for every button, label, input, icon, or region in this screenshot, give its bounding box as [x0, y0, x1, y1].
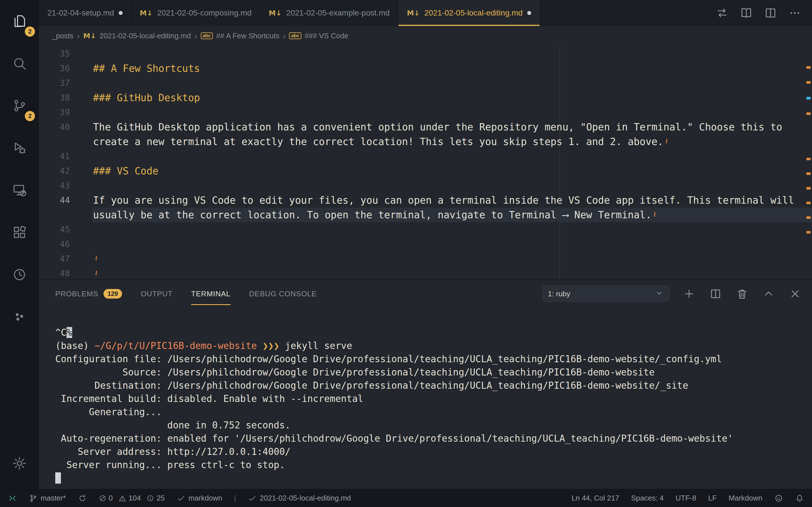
activity-bar-item-timeline[interactable]	[0, 253, 39, 296]
status-item-git-branch[interactable]: master*	[29, 494, 66, 503]
clock-icon	[12, 267, 27, 282]
terminal-segment: jekyll serve	[280, 340, 352, 351]
activity-bar-item-explorer[interactable]: 2	[0, 0, 39, 42]
code-segment: create a new terminal at exactly the cor…	[93, 136, 663, 147]
modified-dot	[527, 11, 531, 15]
panel-tab-output[interactable]: OUTPUT	[141, 280, 172, 308]
code-row: 41	[39, 149, 812, 164]
activity-bar-item-search[interactable]	[0, 42, 39, 84]
code-segment: ## A Few Shortcuts	[93, 63, 200, 74]
terminal-selector-dropdown[interactable]: 1: ruby	[543, 286, 669, 302]
files-icon	[12, 13, 27, 29]
status-item-file-check-status[interactable]: 2021-02-05-local-editing.md	[248, 494, 351, 503]
status-item-indentation[interactable]: Spaces: 4	[631, 494, 664, 503]
status-item-language-mode[interactable]: Markdown	[728, 494, 762, 503]
code-text: The GitHub Desktop application has a con…	[93, 120, 782, 134]
terminal-line: Source: /Users/philchodrow/Google Drive/…	[55, 365, 812, 379]
info-icon	[146, 494, 154, 502]
code-text: ### VS Code	[93, 164, 158, 178]
terminal-segment: Destination: /Users/philchodrow/Google D…	[55, 380, 688, 391]
code-row: 48~	[39, 266, 812, 279]
breadcrumb-label: ## A Few Shortcuts	[216, 32, 280, 40]
status-separator: |	[234, 494, 236, 503]
line-number: 36	[39, 61, 70, 76]
status-label: LF	[708, 494, 717, 503]
editor-tab[interactable]: M↓2021-02-05-example-post.md	[260, 0, 398, 26]
overview-ruler[interactable]	[805, 46, 812, 279]
panel-tab-label: OUTPUT	[141, 290, 172, 298]
run-debug-icon	[12, 140, 27, 156]
code-row: 35	[39, 47, 812, 61]
status-item-feedback[interactable]	[774, 494, 783, 503]
terminal-segment: ~/G/p/t/U/PIC16B-demo-website	[94, 340, 257, 351]
breadcrumb-item[interactable]: abc### VS Code	[289, 32, 348, 40]
terminal-line: Configuration file: /Users/philchodrow/G…	[55, 352, 812, 365]
editor-tab[interactable]: 21-02-04-setup.md	[39, 0, 132, 26]
split-icon[interactable]	[709, 288, 722, 300]
chevron-up-icon[interactable]	[762, 288, 775, 300]
editor-actions	[705, 0, 812, 26]
editor-tabs: 21-02-04-setup.mdM↓2021-02-05-composing.…	[39, 0, 705, 26]
source-control-icon	[12, 98, 27, 113]
overview-info-mark	[806, 97, 811, 100]
plus-icon[interactable]	[683, 288, 695, 300]
terminal[interactable]: ^C%(base) ~/G/p/t/U/PIC16B-demo-website …	[39, 308, 812, 489]
status-item-notifications[interactable]	[795, 494, 804, 503]
code-area[interactable]: 3536## A Few Shortcuts3738### GitHub Des…	[39, 46, 812, 279]
status-bar-right: Ln 44, Col 217Spaces: 4UTF-8LFMarkdown	[571, 489, 804, 507]
close-icon[interactable]	[789, 288, 801, 300]
line-number: 38	[39, 91, 70, 105]
activity-bar-item-manage[interactable]	[0, 448, 39, 479]
trash-icon[interactable]	[736, 288, 748, 300]
panel-tab-problems[interactable]: PROBLEMS129	[55, 280, 122, 308]
activity-bar-item-accounts[interactable]	[0, 296, 39, 338]
wrap-mark: ~	[648, 211, 662, 218]
breadcrumb-item[interactable]: M↓2021-02-05-local-editing.md	[83, 32, 191, 40]
activity-bar-item-extensions[interactable]	[0, 211, 39, 253]
overview-warning-mark	[806, 112, 811, 115]
code-text: usually be at the correct location. To o…	[93, 208, 658, 222]
activity-bar-item-remote-explorer[interactable]	[0, 169, 39, 211]
status-label: 2021-02-05-local-editing.md	[260, 494, 351, 503]
status-item-end-of-line[interactable]: LF	[708, 494, 717, 503]
terminal-line	[55, 471, 812, 485]
status-item-cursor-position[interactable]: Ln 44, Col 217	[571, 494, 619, 503]
editor[interactable]: 3536## A Few Shortcuts3738### GitHub Des…	[39, 46, 812, 279]
terminal-segment	[257, 340, 262, 351]
line-number: 48	[39, 266, 70, 279]
panel-tab-debug-console[interactable]: DEBUG CONSOLE	[249, 280, 317, 308]
preview-icon[interactable]	[740, 6, 753, 19]
code-row: 40The GitHub Desktop application has a c…	[39, 120, 812, 134]
status-item-remote-indicator[interactable]	[8, 494, 17, 503]
compare-icon[interactable]	[716, 6, 728, 19]
activity-bar-item-run-and-debug[interactable]	[0, 127, 39, 169]
status-item-markdownlint-status[interactable]: markdown	[176, 494, 222, 503]
panel-actions	[683, 288, 801, 300]
activity-badge: 2	[25, 26, 35, 37]
status-item-encoding[interactable]: UTF-8	[675, 494, 696, 503]
breadcrumb-item[interactable]: _posts	[52, 32, 73, 40]
breadcrumb-item[interactable]: abc## A Few Shortcuts	[201, 32, 280, 40]
terminal-segment: Auto-regeneration: enabled for '/Users/p…	[55, 433, 733, 444]
line-number	[39, 208, 70, 222]
ellipsis-icon[interactable]	[788, 6, 801, 19]
split-icon[interactable]	[764, 6, 777, 19]
status-item-problems-summary[interactable]: 010425	[99, 494, 165, 503]
breadcrumb-label: ### VS Code	[305, 32, 349, 40]
line-number: 40	[39, 120, 70, 134]
abc-symbol-icon: abc	[201, 33, 213, 40]
status-label: Ln 44, Col 217	[571, 494, 619, 503]
status-error-group: 0	[99, 494, 113, 503]
line-number: 46	[39, 237, 70, 251]
editor-tab[interactable]: M↓2021-02-05-composing.md	[132, 0, 260, 26]
editor-tab[interactable]: M↓2021-02-05-local-editing.md	[398, 0, 540, 26]
status-label: UTF-8	[675, 494, 696, 503]
activity-bar: 22	[0, 0, 39, 489]
overview-warning-mark	[806, 231, 811, 233]
terminal-selector-label: 1: ruby	[548, 290, 570, 298]
status-item-sync-status[interactable]	[78, 494, 87, 503]
panel-tab-terminal[interactable]: TERMINAL	[191, 280, 231, 308]
activity-bar-item-source-control[interactable]: 2	[0, 84, 39, 127]
line-number: 47	[39, 251, 70, 266]
markdown-icon: M↓	[83, 32, 96, 40]
